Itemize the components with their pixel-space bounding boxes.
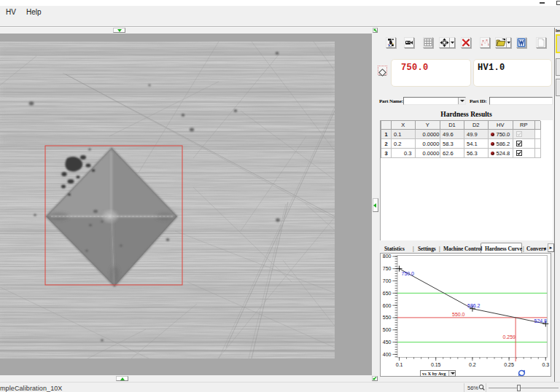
svg-text:600: 600 [383,303,392,308]
svg-text:800: 800 [383,254,392,259]
svg-text:550.0: 550.0 [452,312,465,317]
svg-text:0.15: 0.15 [431,362,441,367]
svg-text:0.3: 0.3 [542,362,549,367]
svg-text:750: 750 [383,266,392,271]
svg-text:400: 400 [383,352,392,357]
svg-text:700: 700 [383,278,392,283]
svg-text:450: 450 [383,340,392,345]
svg-text:586.2: 586.2 [467,303,481,308]
svg-text:500: 500 [383,327,392,332]
svg-text:0.25: 0.25 [504,362,514,367]
svg-text:0.1: 0.1 [396,362,403,367]
svg-text:524.8: 524.8 [534,318,548,324]
svg-text:0.259: 0.259 [503,334,516,340]
svg-text:750.0: 750.0 [402,271,415,276]
svg-text:650: 650 [383,291,392,296]
svg-text:550: 550 [383,315,392,320]
svg-text:0.2: 0.2 [469,362,476,367]
